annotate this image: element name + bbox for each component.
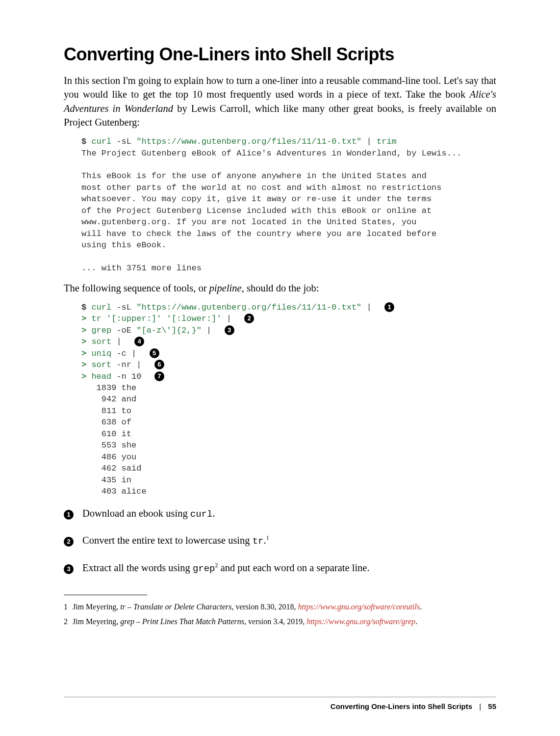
footnote-1: 1 Jim Meyering, tr – Translate or Delete…: [64, 600, 496, 613]
cmd-trim: trim: [377, 137, 397, 146]
callout-3-icon: 3: [64, 564, 74, 574]
output-line: 811 to: [81, 406, 131, 416]
pipe: |: [367, 137, 372, 146]
output-line: 462 said: [81, 464, 141, 473]
fn-author: Jim Meyering,: [73, 603, 120, 611]
intro-text-a: In this section I'm going to explain how…: [64, 75, 496, 100]
text: .: [212, 508, 215, 519]
output-line: whatsoever. You may copy it, give it awa…: [81, 194, 432, 204]
code-block-1: $ curl -sL "https://www.gutenberg.org/fi…: [81, 136, 496, 274]
output-line: This eBook is for the use of anyone anyw…: [81, 171, 427, 181]
callout-5-marker: 5: [150, 348, 159, 358]
pipe: |: [116, 337, 121, 346]
code-grep: grep: [193, 563, 215, 574]
fn-mid: , version 8.30, 2018,: [231, 603, 298, 611]
footer-separator: |: [479, 702, 481, 710]
fn-title: tr – Translate or Delete Characters: [120, 603, 231, 611]
cmd-sort: sort: [91, 360, 111, 369]
footnote-link[interactable]: https://www.gnu.org/software/coreutils: [298, 603, 420, 611]
callout-2-text: Convert the entire text to lowercase usi…: [82, 533, 269, 548]
pipe: |: [227, 314, 231, 323]
pipe: |: [206, 326, 211, 335]
callout-1-text: Download an ebook using curl.: [82, 506, 215, 521]
callout-1-marker: 1: [384, 302, 394, 312]
continuation: >: [81, 326, 86, 335]
output-line: 553 she: [81, 441, 136, 450]
cmd-grep: grep: [91, 326, 111, 335]
continuation: >: [81, 360, 86, 369]
continuation: >: [81, 337, 86, 346]
tr-args: '[:upper:]' '[:lower:]': [106, 314, 222, 323]
grep-pattern: "[a-z\']{2,}": [136, 326, 202, 335]
callout-1-icon: 1: [64, 510, 74, 520]
callout-item-3: 3 Extract all the words using grep2 and …: [64, 561, 496, 576]
callout-2-icon: 2: [64, 537, 74, 547]
callout-list: 1 Download an ebook using curl. 2 Conver…: [64, 506, 496, 576]
footnote-num: 1: [64, 600, 73, 613]
mid-paragraph: The following sequence of tools, or pipe…: [64, 281, 496, 295]
pipe: |: [136, 360, 141, 369]
callout-item-1: 1 Download an ebook using curl.: [64, 506, 496, 521]
footer-title: Converting One-Liners into Shell Scripts: [331, 702, 472, 710]
fn-mid: , version 3.4, 2019,: [244, 617, 306, 626]
cmd-tr: tr: [91, 314, 101, 323]
text: Convert the entire text to lowercase usi…: [82, 535, 253, 546]
callout-2-marker: 2: [244, 314, 254, 323]
cmd-curl: curl: [91, 303, 111, 312]
callout-3-text: Extract all the words using grep2 and pu…: [82, 561, 370, 576]
output-line: 942 and: [81, 394, 136, 404]
intro-paragraph: In this section I'm going to explain how…: [64, 74, 496, 129]
cmd-head: head: [91, 372, 111, 381]
uniq-flag: -c: [116, 349, 126, 358]
page-footer: Converting One-Liners into Shell Scripts…: [64, 697, 496, 710]
output-line: 1839 the: [81, 383, 136, 393]
curl-url: "https://www.gutenberg.org/files/11/11-0…: [136, 137, 361, 146]
output-line: 403 alice: [81, 487, 147, 496]
grep-flag: -oE: [116, 326, 131, 335]
page-number: 55: [488, 702, 496, 710]
footnote-rule: [64, 595, 147, 595]
output-line: most other parts of the world at no cost…: [81, 183, 442, 192]
sort-flag: -nr: [116, 360, 131, 369]
footnote-body: Jim Meyering, tr – Translate or Delete C…: [73, 600, 496, 613]
head-flag: -n 10: [116, 372, 141, 381]
output-line: using this eBook.: [81, 240, 166, 250]
callout-item-2: 2 Convert the entire text to lowercase u…: [64, 533, 496, 548]
code-curl: curl: [190, 509, 213, 520]
fn-title: grep – Print Lines That Match Patterns: [120, 617, 244, 626]
code-block-2: $ curl -sL "https://www.gutenberg.org/fi…: [81, 302, 496, 498]
text: Extract all the words using: [82, 562, 193, 573]
cmd-sort: sort: [91, 337, 111, 346]
footnote-body: Jim Meyering, grep – Print Lines That Ma…: [73, 615, 496, 628]
mid-text-b: , should do the job:: [242, 283, 319, 293]
continuation: >: [81, 349, 86, 358]
footnotes: 1 Jim Meyering, tr – Translate or Delete…: [64, 600, 496, 628]
cmd-uniq: uniq: [91, 349, 111, 358]
callout-4-marker: 4: [134, 337, 144, 346]
mid-text-a: The following sequence of tools, or: [64, 283, 209, 293]
footnote-link[interactable]: https://www.gnu.org/software/grep: [306, 617, 415, 626]
curl-url: "https://www.gutenberg.org/files/11/11-0…: [136, 303, 361, 312]
pipeline-term: pipeline: [209, 283, 242, 293]
curl-args: -sL: [116, 137, 131, 146]
continuation: >: [81, 372, 86, 381]
footnote-2: 2 Jim Meyering, grep – Print Lines That …: [64, 615, 496, 628]
text: Download an ebook using: [82, 508, 190, 519]
fn-author: Jim Meyering,: [73, 617, 120, 626]
pipe: |: [131, 349, 136, 358]
pipe: |: [367, 303, 372, 312]
prompt: $: [81, 137, 86, 146]
prompt: $: [81, 303, 86, 312]
output-line: www.gutenberg.org. If you are not locate…: [81, 217, 417, 227]
curl-args: -sL: [116, 303, 131, 312]
output-line: The Project Gutenberg eBook of Alice's A…: [81, 149, 461, 158]
footnote-num: 2: [64, 615, 73, 628]
output-line: 610 it: [81, 429, 131, 439]
output-line: 638 of: [81, 418, 131, 427]
output-line: of the Project Gutenberg License include…: [81, 206, 432, 215]
output-line: 435 in: [81, 475, 131, 485]
callout-3-marker: 3: [225, 325, 234, 335]
text: and put each word on a separate line.: [218, 562, 370, 573]
output-line: ... with 3751 more lines: [81, 263, 202, 273]
output-line: will have to check the laws of the count…: [81, 229, 436, 238]
